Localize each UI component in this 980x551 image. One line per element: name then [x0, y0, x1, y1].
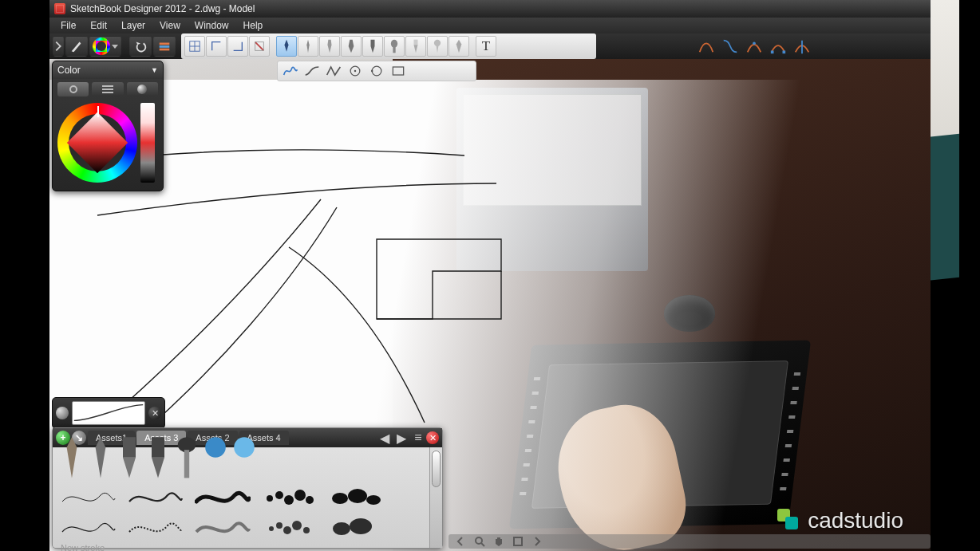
svg-point-35: [269, 526, 274, 531]
close-icon[interactable]: ✕: [148, 407, 161, 419]
hand-pan-icon[interactable]: [493, 536, 504, 547]
stroke-sample[interactable]: [61, 514, 117, 540]
nib-marker-button[interactable]: [319, 36, 340, 57]
layers-stack-button[interactable]: [153, 36, 176, 57]
nav-right-icon[interactable]: [531, 536, 543, 547]
curve-bezier-icon[interactable]: [696, 36, 717, 57]
next-page-icon[interactable]: ▶: [395, 431, 408, 444]
svg-rect-21: [123, 438, 136, 459]
preset-pencil2-icon[interactable]: [88, 452, 113, 481]
snap-corner-button[interactable]: [227, 36, 248, 57]
text-tool-button[interactable]: T: [476, 36, 496, 57]
zoom-icon[interactable]: [474, 536, 485, 547]
svg-point-29: [284, 495, 294, 505]
assets-scrollbar[interactable]: [429, 447, 442, 548]
nib-airbrush-button[interactable]: [384, 36, 405, 57]
menu-window[interactable]: Window: [188, 18, 235, 33]
stroke-n-button[interactable]: [324, 62, 343, 80]
undo-button[interactable]: [129, 36, 152, 57]
ellipse-center-button[interactable]: [346, 62, 365, 80]
stroke-sample[interactable]: [195, 514, 251, 540]
curve-split-icon[interactable]: [792, 36, 812, 57]
menu-view[interactable]: View: [153, 18, 187, 33]
assets-panel: + ↘ Assets1 Assets 3 Assets 2 Assets 4 ◀…: [52, 427, 443, 549]
svg-rect-22: [152, 438, 164, 459]
app-stage: cadstudio SketchBook Designer 2012 - 2.d…: [49, 0, 931, 551]
prev-page-icon[interactable]: ◀: [378, 431, 391, 444]
collapse-handle[interactable]: [53, 36, 64, 57]
preset-brush-icon[interactable]: [174, 452, 200, 481]
nib-chisel-button[interactable]: [362, 36, 383, 57]
menu-layer[interactable]: Layer: [115, 18, 152, 33]
preset-watercolor-icon[interactable]: [231, 452, 257, 481]
snap-grid-button[interactable]: [184, 36, 205, 57]
curve-tools-row: [691, 33, 931, 59]
brush-tool[interactable]: [65, 36, 88, 57]
preset-airbrush-icon[interactable]: [203, 452, 228, 481]
stroke-s-button[interactable]: [302, 62, 322, 80]
color-wheel[interactable]: [57, 103, 137, 183]
ellipse-3pt-button[interactable]: [367, 62, 386, 80]
sphere-icon: [137, 85, 147, 94]
close-panel-icon[interactable]: ✕: [426, 431, 439, 444]
curve-edit-icon[interactable]: [768, 36, 788, 57]
svg-rect-24: [184, 451, 189, 478]
fit-icon[interactable]: [512, 536, 524, 547]
menu-help[interactable]: Help: [237, 18, 270, 33]
chevron-down-icon[interactable]: ▼: [151, 66, 158, 74]
curve-join-icon[interactable]: [744, 36, 765, 57]
handle-left-icon[interactable]: [56, 407, 69, 419]
snap-off-button[interactable]: [249, 36, 270, 57]
color-diamond[interactable]: [67, 112, 128, 173]
nib-hard-button[interactable]: [449, 36, 469, 57]
scrollbar-thumb[interactable]: [432, 451, 441, 487]
svg-rect-0: [160, 43, 170, 45]
svg-point-38: [292, 521, 302, 530]
pressure-curve-graph[interactable]: [72, 401, 145, 425]
svg-rect-10: [414, 40, 418, 45]
menu-edit[interactable]: Edit: [84, 18, 113, 33]
curve-s-icon[interactable]: [720, 36, 741, 57]
nib-soft-button[interactable]: [427, 36, 448, 57]
svg-point-30: [294, 490, 306, 501]
color-panel[interactable]: Color ▼: [52, 61, 164, 191]
value-slider[interactable]: [140, 103, 155, 183]
menu-file[interactable]: File: [54, 18, 82, 33]
nib-thin-button[interactable]: [298, 36, 318, 57]
color-mode-wheel[interactable]: [57, 82, 89, 96]
stroke-sample[interactable]: [262, 484, 318, 510]
color-ring-button[interactable]: [89, 36, 121, 57]
nib-highlighter-button[interactable]: [405, 36, 426, 57]
svg-line-6: [255, 42, 264, 51]
circle-icon: [69, 85, 77, 93]
stroke-sample[interactable]: [195, 484, 251, 510]
preset-marker2-icon[interactable]: [145, 452, 171, 481]
pressure-curve-widget[interactable]: ✕: [52, 397, 165, 429]
svg-point-32: [332, 493, 348, 504]
brush-nib-toolbar: T: [181, 33, 596, 59]
chevron-down-icon: [112, 45, 118, 49]
svg-point-17: [354, 70, 357, 73]
preset-marker-icon[interactable]: [117, 452, 142, 481]
stroke-sample[interactable]: [262, 514, 318, 540]
color-panel-header[interactable]: Color ▼: [53, 61, 163, 79]
assets-body: New stroke: [53, 447, 429, 548]
nib-marker2-button[interactable]: [341, 36, 362, 57]
rect-button[interactable]: [389, 62, 408, 80]
menu-icon[interactable]: ≡: [412, 431, 425, 444]
stroke-sample[interactable]: [329, 484, 385, 510]
color-mode-sliders[interactable]: [92, 82, 123, 96]
sliders-icon: [102, 85, 113, 93]
color-mode-sphere[interactable]: [127, 82, 158, 96]
color-panel-title: Color: [57, 65, 81, 76]
svg-rect-44: [514, 537, 522, 545]
stroke-sample[interactable]: [128, 514, 184, 540]
stroke-free-button[interactable]: [281, 62, 300, 80]
nib-pen-button[interactable]: [276, 36, 297, 57]
nav-left-icon[interactable]: [455, 536, 466, 547]
stroke-sample[interactable]: [329, 514, 385, 540]
preset-pencil-icon[interactable]: [59, 452, 85, 481]
snap-perp-button[interactable]: [206, 36, 227, 57]
stroke-sample[interactable]: [128, 484, 184, 510]
stroke-sample[interactable]: [61, 484, 117, 510]
